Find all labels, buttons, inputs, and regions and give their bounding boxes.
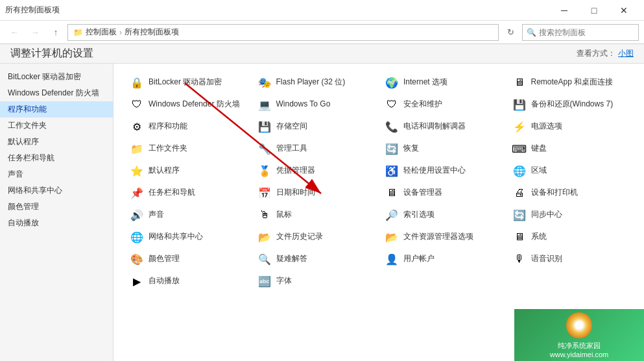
item-label: 疑难解答: [276, 254, 307, 264]
panel-item[interactable]: ⚡电源选项: [507, 116, 634, 138]
back-button[interactable]: ←: [5, 23, 23, 42]
refresh-button[interactable]: ↻: [501, 23, 519, 42]
item-icon: ▶: [129, 273, 145, 289]
item-label: 程序和功能: [149, 121, 187, 132]
item-icon: 🖥: [512, 75, 527, 90]
address-path[interactable]: 📁 控制面板 › 所有控制面板项: [67, 24, 499, 41]
item-label: 鼠标: [276, 210, 292, 220]
panel-item[interactable]: ⚙程序和功能: [124, 116, 252, 138]
sidebar-item[interactable]: 网络和共享中心: [0, 182, 113, 199]
panel-item[interactable]: 💾备份和还原(Windows 7): [507, 93, 634, 116]
item-label: 任务栏和导航: [149, 188, 195, 198]
item-icon: ⚙: [129, 119, 145, 134]
sidebar-item[interactable]: 默认程序: [0, 134, 113, 150]
item-icon: 🖱: [257, 207, 272, 223]
item-icon: 📂: [257, 229, 272, 245]
item-icon: ⚡: [512, 119, 527, 134]
item-label: 文件资源管理器选项: [403, 232, 473, 242]
panel-item[interactable]: 🖱鼠标: [252, 204, 379, 226]
item-label: 存储空间: [276, 121, 307, 132]
panel-item[interactable]: 💻Windows To Go: [252, 93, 379, 116]
item-label: RemoteApp 和桌面连接: [531, 77, 614, 88]
panel-item[interactable]: 🔒BitLocker 驱动器加密: [124, 71, 252, 93]
item-icon: ♿: [384, 163, 400, 179]
panel-item[interactable]: 🌐区域: [507, 160, 634, 182]
panel-item[interactable]: 📂文件历史记录: [252, 226, 379, 248]
item-icon: 🖥: [384, 185, 400, 201]
up-button[interactable]: ↑: [47, 23, 65, 42]
sidebar-item[interactable]: 程序和功能: [0, 101, 113, 118]
item-label: 电源选项: [531, 121, 562, 132]
title-bar: 所有控制面板项 ─ □ ✕: [0, 0, 644, 21]
panel-item[interactable]: 📅日期和时间: [252, 182, 379, 204]
item-label: 区域: [531, 166, 547, 176]
maximize-button[interactable]: □: [579, 0, 609, 21]
panel-item[interactable]: 📌任务栏和导航: [124, 182, 252, 204]
sidebar-item[interactable]: 颜色管理: [0, 199, 113, 215]
item-icon: 💻: [257, 97, 272, 112]
folder-icon: 📁: [73, 28, 83, 37]
item-icon: 🛡: [384, 97, 400, 112]
items-grid: 🔒BitLocker 驱动器加密🛡Windows Defender 防火墙⚙程序…: [124, 71, 634, 292]
minimize-button[interactable]: ─: [549, 0, 579, 21]
panel-item[interactable]: 🛡Windows Defender 防火墙: [124, 93, 252, 116]
panel-item[interactable]: 🌐网络和共享中心: [124, 226, 252, 248]
panel-item[interactable]: 🔄同步中心: [507, 204, 634, 226]
panel-item[interactable]: ⌨键盘: [507, 138, 634, 160]
panel-item[interactable]: 👤用户帐户: [379, 248, 507, 270]
sidebar-item[interactable]: 自动播放: [0, 215, 113, 231]
panel-item[interactable]: 📞电话和调制解调器: [379, 116, 507, 138]
path-current: 所有控制面板项: [125, 27, 179, 38]
sidebar-item[interactable]: 声音: [0, 166, 113, 182]
item-label: 用户帐户: [403, 254, 435, 264]
sidebar-item[interactable]: BitLocker 驱动器加密: [0, 69, 113, 85]
window-controls: ─ □ ✕: [549, 0, 639, 21]
sidebar-item[interactable]: 工作文件夹: [0, 118, 113, 134]
search-box[interactable]: 🔍: [522, 24, 639, 41]
panel-item[interactable]: 🎨颜色管理: [124, 248, 252, 270]
item-icon: ⌨: [512, 141, 527, 156]
item-label: 文件历史记录: [276, 232, 323, 242]
item-label: 电话和调制解调器: [403, 121, 466, 132]
panel-item[interactable]: 🖥RemoteApp 和桌面连接: [507, 71, 634, 93]
panel-item[interactable]: 🔄恢复: [379, 138, 507, 160]
panel-item[interactable]: 🎙语音识别: [507, 248, 634, 270]
sidebar-item[interactable]: Windows Defender 防火墙: [0, 85, 113, 101]
close-button[interactable]: ✕: [609, 0, 639, 21]
panel-item[interactable]: 📂文件资源管理器选项: [379, 226, 507, 248]
panel-item[interactable]: ⭐默认程序: [124, 160, 252, 182]
panel-item[interactable]: 🔧管理工具: [252, 138, 379, 160]
forward-button[interactable]: →: [26, 23, 44, 42]
panel-item[interactable]: 🖥系统: [507, 226, 634, 248]
panel-item[interactable]: 🏅凭据管理器: [252, 160, 379, 182]
item-label: 管理工具: [276, 143, 307, 154]
item-icon: 🛡: [129, 97, 145, 112]
item-icon: 🔎: [384, 207, 400, 223]
panel-item[interactable]: 🎭Flash Player (32 位): [252, 71, 379, 93]
panel-item[interactable]: ♿轻松使用设置中心: [379, 160, 507, 182]
panel-item[interactable]: 📁工作文件夹: [124, 138, 252, 160]
item-label: 语音识别: [531, 254, 562, 264]
panel-item[interactable]: 🔍疑难解答: [252, 248, 379, 270]
item-label: 同步中心: [531, 210, 562, 220]
panel-item[interactable]: 🌍Internet 选项: [379, 71, 507, 93]
panel-item[interactable]: 🖥设备管理器: [379, 182, 507, 204]
panel-item[interactable]: 🔤字体: [252, 270, 379, 292]
item-icon: 📞: [384, 119, 400, 134]
page-title: 调整计算机的设置: [10, 47, 577, 60]
item-label: 安全和维护: [403, 99, 442, 110]
panel-item[interactable]: 🖨设备和打印机: [507, 182, 634, 204]
item-label: 工作文件夹: [149, 143, 187, 154]
item-icon: 📌: [129, 185, 145, 201]
panel-item[interactable]: ▶自动播放: [124, 270, 252, 292]
item-icon: 🔍: [257, 251, 272, 267]
panel-item[interactable]: 🔎索引选项: [379, 204, 507, 226]
panel-item[interactable]: 🛡安全和维护: [379, 93, 507, 116]
view-value-button[interactable]: 小图: [618, 48, 634, 59]
panel-item[interactable]: 💾存储空间: [252, 116, 379, 138]
item-label: 凭据管理器: [276, 166, 315, 176]
search-input[interactable]: [539, 28, 634, 37]
panel-item[interactable]: 🔊声音: [124, 204, 252, 226]
sidebar-item[interactable]: 任务栏和导航: [0, 150, 113, 166]
item-icon: ⭐: [129, 163, 145, 179]
